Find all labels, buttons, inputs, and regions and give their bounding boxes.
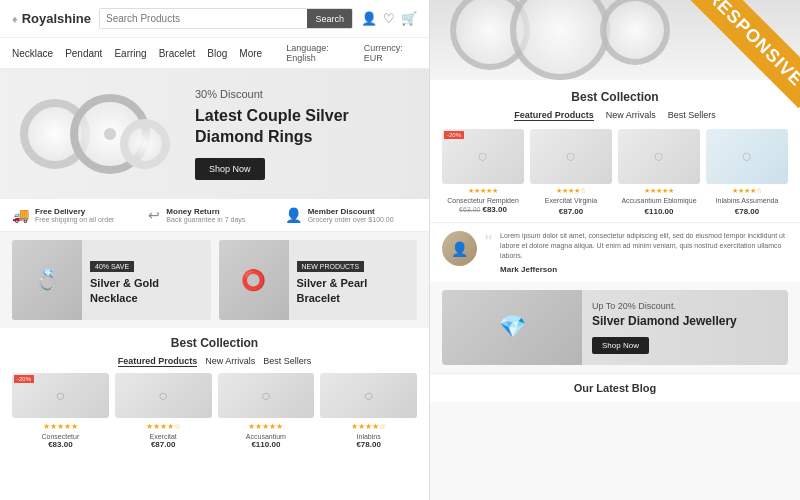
product-card-left-1[interactable]: -20% ○ ★★★★★ Consectetur €83.00 — [12, 373, 109, 449]
search-input[interactable] — [100, 9, 307, 28]
old-price-right-1: €63.00 — [459, 206, 480, 213]
discount-percentage: Up To 20% Discount. — [592, 301, 778, 311]
product-right-2[interactable]: ○ ★★★★☆ Exercitat Virginia €87.00 — [530, 129, 612, 216]
nav-earring[interactable]: Earring — [114, 48, 146, 59]
product-right-3[interactable]: ○ ★★★★★ Accusantium Eblomique €110.00 — [618, 129, 700, 216]
currency-selector[interactable]: Currency: EUR — [364, 43, 417, 63]
product-stars-left-4: ★★★★☆ — [320, 422, 417, 431]
stars-right-1: ★★★★★ — [442, 187, 524, 195]
responsive-banner: RESPONSIVE — [660, 0, 800, 140]
search-button[interactable]: Search — [307, 9, 352, 28]
promo-card-necklace[interactable]: 💍 40% SAVE Silver & Gold Necklace — [12, 240, 211, 320]
discount-title: Silver Diamond Jewellery — [592, 314, 778, 328]
search-bar[interactable]: Search — [99, 8, 353, 29]
product-card-left-4[interactable]: ○ ★★★★☆ Inlabins €78.00 — [320, 373, 417, 449]
stars-right-2: ★★★★☆ — [530, 187, 612, 195]
best-collection-left: Best Collection Featured Products New Ar… — [0, 328, 429, 457]
product-img-right-2: ○ — [530, 129, 612, 184]
product-right-4[interactable]: ○ ★★★★☆ Inlabins Assumenda €78.00 — [706, 129, 788, 216]
product-card-left-3[interactable]: ○ ★★★★★ Accusantium €110.00 — [218, 373, 315, 449]
hero-text: 30% Discount Latest Couple Silver Diamon… — [180, 73, 429, 195]
testimonial-content: Lorem ipsum dolor sit amet, consectetur … — [500, 231, 788, 273]
product-price-left-2: €87.00 — [115, 440, 212, 449]
product-name-left-3: Accusantium — [218, 433, 315, 440]
product-img-left-3: ○ — [218, 373, 315, 418]
nav-necklace[interactable]: Necklace — [12, 48, 53, 59]
product-stars-left-2: ★★★★☆ — [115, 422, 212, 431]
promo-bracelet-text: NEW PRODUCTS Silver & Pearl Bracelet — [289, 247, 418, 313]
product-price-left-3: €110.00 — [218, 440, 315, 449]
tab-newarrivals-left[interactable]: New Arrivals — [205, 356, 255, 367]
product-stars-left-3: ★★★★★ — [218, 422, 315, 431]
tab-featured-left[interactable]: Featured Products — [118, 356, 198, 367]
promo-bracelet-img: ⭕ — [219, 240, 289, 320]
deco-ring-2 — [510, 0, 610, 80]
stars-right-4: ★★★★☆ — [706, 187, 788, 195]
discount-text: Up To 20% Discount. Silver Diamond Jewel… — [582, 291, 788, 364]
delivery-title: Free Delivery — [35, 207, 114, 216]
product-grid-left: -20% ○ ★★★★★ Consectetur €83.00 ○ ★★★★☆ … — [12, 373, 417, 449]
user-icon[interactable]: 👤 — [361, 11, 377, 26]
product-img-left-2: ○ — [115, 373, 212, 418]
nav-pendant[interactable]: Pendant — [65, 48, 102, 59]
product-stars-left-1: ★★★★★ — [12, 422, 109, 431]
product-name-left-2: Exercitat — [115, 433, 212, 440]
tab-bestsellers-left[interactable]: Best Sellers — [263, 356, 311, 367]
return-title: Money Return — [166, 207, 245, 216]
product-img-left-4: ○ — [320, 373, 417, 418]
product-grid-right: -20% ○ ★★★★★ Consectetur Rempiden €63.00… — [442, 129, 788, 216]
member-sub: Grocery order over $100.00 — [308, 216, 394, 223]
ring-3 — [120, 119, 170, 169]
discount-banner: 💎 Up To 20% Discount. Silver Diamond Jew… — [442, 290, 788, 365]
testimonial: 👤 " Lorem ipsum dolor sit amet, consecte… — [430, 222, 800, 281]
product-name-left-1: Consectetur — [12, 433, 109, 440]
language-selector[interactable]: Language: English — [286, 43, 352, 63]
right-panel: RESPONSIVE Best Collection Featured Prod… — [430, 0, 800, 500]
hero-shop-button[interactable]: Shop Now — [195, 158, 265, 180]
price-right-3: €110.00 — [618, 207, 700, 216]
site-header: ♦ Royalshine Search 👤 ♡ 🛒 — [0, 0, 429, 38]
quote-icon: " — [485, 231, 492, 254]
nav-more[interactable]: More — [239, 48, 262, 59]
nav-bracelet[interactable]: Bracelet — [159, 48, 196, 59]
testimonial-avatar: 👤 — [442, 231, 477, 266]
tab-newarrivals-right[interactable]: New Arrivals — [606, 110, 656, 121]
hero-title: Latest Couple Silver Diamond Rings — [195, 106, 414, 148]
promo-badge-2: NEW PRODUCTS — [297, 261, 365, 272]
blog-title: Our Latest Blog — [442, 382, 788, 394]
product-price-left-4: €78.00 — [320, 440, 417, 449]
best-collection-title-left: Best Collection — [12, 336, 417, 350]
logo: ♦ Royalshine — [12, 11, 91, 26]
return-icon: ↩ — [148, 207, 160, 223]
site-nav: Necklace Pendant Earring Bracelet Blog M… — [0, 38, 429, 69]
tab-featured-right[interactable]: Featured Products — [514, 110, 594, 121]
member-title: Member Discount — [308, 207, 394, 216]
price-right-4: €78.00 — [706, 207, 788, 216]
pname-right-1: Consectetur Rempiden — [442, 197, 524, 205]
product-price-left-1: €83.00 — [12, 440, 109, 449]
promo-card-bracelet[interactable]: ⭕ NEW PRODUCTS Silver & Pearl Bracelet — [219, 240, 418, 320]
badge-sale-1: -20% — [444, 131, 464, 139]
nav-blog[interactable]: Blog — [207, 48, 227, 59]
jewel-image: 💎 — [442, 290, 582, 365]
return-sub: Back guarantee in 7 days — [166, 216, 245, 223]
responsive-ribbon-text: RESPONSIVE — [685, 0, 800, 108]
feature-return: ↩ Money Return Back guarantee in 7 days — [148, 207, 280, 223]
logo-icon: ♦ — [12, 13, 18, 25]
collection-tabs-left: Featured Products New Arrivals Best Sell… — [12, 356, 417, 367]
product-card-left-2[interactable]: ○ ★★★★☆ Exercitat €87.00 — [115, 373, 212, 449]
pname-right-2: Exercitat Virginia — [530, 197, 612, 205]
pname-right-3: Accusantium Eblomique — [618, 197, 700, 205]
product-name-left-4: Inlabins — [320, 433, 417, 440]
delivery-sub: Free shipping on all order — [35, 216, 114, 223]
discount-shop-button[interactable]: Shop Now — [592, 337, 649, 354]
product-right-1[interactable]: -20% ○ ★★★★★ Consectetur Rempiden €63.00… — [442, 129, 524, 216]
promo-necklace-img: 💍 — [12, 240, 82, 320]
cart-icon[interactable]: 🛒 — [401, 11, 417, 26]
hero-discount: 30% Discount — [195, 88, 414, 100]
promo-title-2: Silver & Pearl Bracelet — [297, 276, 410, 305]
left-panel: ♦ Royalshine Search 👤 ♡ 🛒 Necklace Penda… — [0, 0, 430, 500]
wishlist-icon[interactable]: ♡ — [383, 11, 395, 26]
promo-title-1: Silver & Gold Necklace — [90, 276, 203, 305]
features-bar: 🚚 Free Delivery Free shipping on all ord… — [0, 199, 429, 232]
